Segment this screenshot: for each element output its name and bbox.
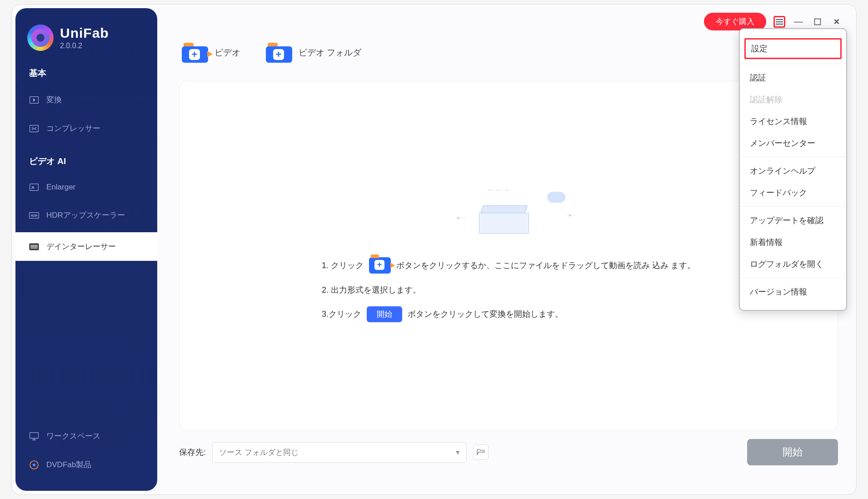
sidebar-item-hdr[interactable]: HDR HDRアップスケーラー — [15, 201, 157, 230]
svg-text:HDR: HDR — [30, 214, 37, 217]
step-1-pre: 1. クリック — [322, 260, 364, 271]
maximize-button[interactable] — [812, 16, 823, 28]
instruction-steps: 1. クリック + ボタンをクリックするか、ここにファイルをドラッグして動画を読… — [322, 257, 695, 322]
add-video-inline-icon: + — [369, 257, 391, 274]
app-window: UniFab 2.0.0.2 基本 変換 コンプレッサー ビデオ AI Enla… — [11, 4, 857, 495]
sidebar: UniFab 2.0.0.2 基本 変換 コンプレッサー ビデオ AI Enla… — [15, 8, 157, 491]
svg-rect-9 — [30, 432, 39, 438]
hdr-icon: HDR — [29, 211, 39, 220]
add-video-folder-button[interactable]: + ビデオ フォルダ — [266, 43, 361, 63]
app-name: UniFab — [60, 25, 109, 41]
folder-open-icon — [477, 449, 485, 455]
step-1: 1. クリック + ボタンをクリックするか、ここにファイルをドラッグして動画を読… — [322, 257, 695, 274]
hamburger-icon — [776, 19, 783, 25]
sidebar-item-deinterlacer[interactable]: デインターレーサー — [15, 232, 157, 261]
svg-rect-8 — [30, 248, 38, 249]
empty-box-illustration: ∗ · · · ∗ · — · — · — — [456, 190, 561, 245]
step-2: 2. 出力形式を選択します。 — [322, 284, 695, 295]
svg-rect-12 — [815, 19, 821, 25]
hamburger-menu-button[interactable] — [773, 16, 785, 28]
step-3-pre: 3.クリック — [322, 309, 361, 319]
start-inline-button[interactable]: 開始 — [367, 306, 402, 322]
menu-item-feedback[interactable]: フィードバック — [740, 182, 846, 204]
sidebar-item-label: コンプレッサー — [46, 123, 100, 134]
sidebar-section-ai: ビデオ AI — [15, 143, 157, 174]
menu-item-member-center[interactable]: メンバーセンター — [740, 132, 846, 154]
logo-block: UniFab 2.0.0.2 — [15, 16, 157, 55]
menu-item-deauth: 認証解除 — [740, 89, 846, 110]
sidebar-item-label: デインターレーサー — [46, 241, 116, 252]
bottom-bar: 保存先: ソース フォルダと同じ ▾ 開始 — [179, 439, 838, 465]
menu-item-auth[interactable]: 認証 — [740, 67, 846, 89]
menu-item-license[interactable]: ライセンス情報 — [740, 110, 846, 132]
menu-item-open-log[interactable]: ログフォルダを開く — [740, 253, 846, 275]
minimize-button[interactable]: — — [793, 16, 804, 28]
add-video-label: ビデオ — [215, 47, 240, 59]
save-to-label: 保存先: — [179, 447, 206, 458]
menu-item-online-help[interactable]: オンラインヘルプ — [740, 160, 846, 182]
add-video-icon: + — [182, 43, 208, 63]
main-menu-dropdown: 設定 認証 認証解除 ライセンス情報 メンバーセンター オンラインヘルプ フィー… — [739, 28, 847, 311]
add-video-button[interactable]: + ビデオ — [182, 43, 240, 63]
monitor-icon — [29, 432, 39, 440]
menu-item-about[interactable]: バージョン情報 — [740, 281, 846, 303]
play-box-icon — [29, 96, 39, 104]
maximize-icon — [814, 18, 821, 25]
step-3: 3.クリック 開始 ボタンをクリックして変換を開始します。 — [322, 306, 695, 322]
svg-point-11 — [33, 464, 35, 466]
sidebar-item-label: DVDFab製品 — [46, 459, 91, 470]
sidebar-item-label: HDRアップスケーラー — [46, 210, 125, 220]
svg-rect-2 — [30, 184, 39, 191]
sidebar-item-label: 変換 — [46, 95, 62, 105]
svg-rect-6 — [30, 245, 38, 246]
sidebar-item-dvdfab[interactable]: DVDFab製品 — [15, 450, 157, 479]
chevron-down-icon: ▾ — [456, 448, 460, 457]
dvdfab-icon — [29, 461, 39, 469]
svg-rect-7 — [30, 246, 38, 247]
compress-icon — [29, 125, 39, 133]
close-icon: × — [834, 16, 840, 28]
close-button[interactable]: × — [831, 16, 843, 28]
menu-item-settings[interactable]: 設定 — [744, 38, 842, 59]
start-button[interactable]: 開始 — [747, 439, 838, 465]
sidebar-item-label: Enlarger — [46, 183, 75, 192]
sidebar-item-compressor[interactable]: コンプレッサー — [15, 114, 157, 143]
step-3-post: ボタンをクリックして変換を開始します。 — [408, 309, 563, 319]
add-folder-icon: + — [266, 43, 292, 63]
sidebar-item-workspace[interactable]: ワークスペース — [15, 422, 157, 450]
enlarge-icon — [29, 183, 39, 191]
app-logo-icon — [27, 25, 54, 51]
minimize-icon: — — [794, 16, 803, 27]
menu-item-check-update[interactable]: アップデートを確認 — [740, 210, 846, 231]
menu-item-news[interactable]: 新着情報 — [740, 231, 846, 253]
add-folder-label: ビデオ フォルダ — [299, 47, 361, 59]
save-to-select[interactable]: ソース フォルダと同じ ▾ — [212, 442, 467, 463]
app-version: 2.0.0.2 — [60, 42, 109, 50]
sidebar-item-convert[interactable]: 変換 — [15, 85, 157, 114]
sidebar-item-label: ワークスペース — [46, 431, 100, 441]
deinterlace-icon — [29, 243, 39, 250]
open-folder-button[interactable] — [473, 444, 489, 460]
step-2-text: 2. 出力形式を選択します。 — [322, 284, 421, 295]
sidebar-item-enlarger[interactable]: Enlarger — [15, 174, 157, 201]
save-to-value: ソース フォルダと同じ — [219, 447, 299, 458]
sidebar-section-basic: 基本 — [15, 55, 157, 85]
step-1-post: ボタンをクリックするか、ここにファイルをドラッグして動画を読み 込み ます。 — [396, 260, 695, 271]
